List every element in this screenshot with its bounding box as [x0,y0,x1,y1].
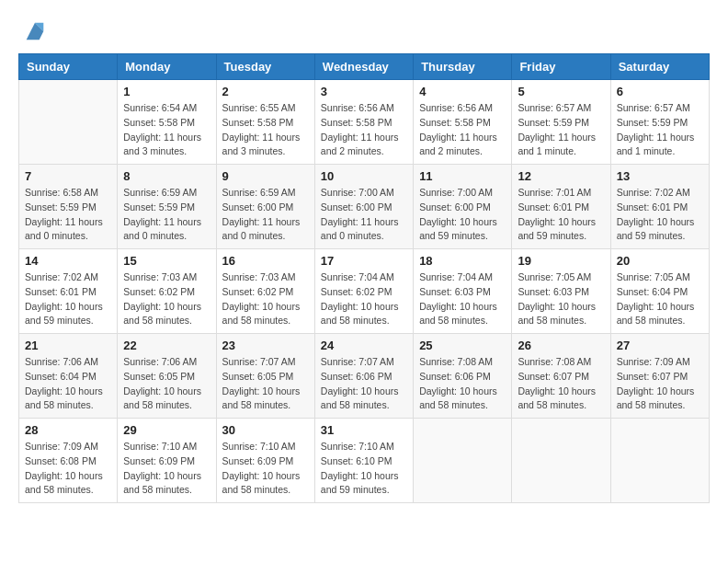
day-number: 28 [25,423,111,437]
day-number: 11 [419,169,506,183]
day-info: Sunrise: 7:01 AMSunset: 6:01 PMDaylight:… [518,186,604,244]
day-number: 18 [419,254,506,268]
day-number: 14 [25,254,111,268]
day-info: Sunrise: 6:57 AMSunset: 5:59 PMDaylight:… [518,101,604,159]
calendar-cell: 17Sunrise: 7:04 AMSunset: 6:02 PMDayligh… [314,249,413,334]
calendar-cell: 8Sunrise: 6:59 AMSunset: 5:59 PMDaylight… [118,165,216,249]
day-number: 31 [321,423,407,437]
calendar-cell: 15Sunrise: 7:03 AMSunset: 6:02 PMDayligh… [118,249,216,334]
day-number: 16 [222,254,309,268]
calendar-cell: 31Sunrise: 7:10 AMSunset: 6:10 PMDayligh… [314,419,413,503]
day-info: Sunrise: 7:07 AMSunset: 6:06 PMDaylight:… [321,355,407,413]
day-info: Sunrise: 7:08 AMSunset: 6:06 PMDaylight:… [419,355,506,413]
calendar-cell: 24Sunrise: 7:07 AMSunset: 6:06 PMDayligh… [314,334,413,419]
calendar-cell: 6Sunrise: 6:57 AMSunset: 5:59 PMDaylight… [610,80,709,165]
day-number: 1 [123,85,210,98]
calendar-week-row: 7Sunrise: 6:58 AMSunset: 5:59 PMDaylight… [19,165,710,249]
calendar-cell: 16Sunrise: 7:03 AMSunset: 6:02 PMDayligh… [216,249,314,334]
day-info: Sunrise: 6:55 AMSunset: 5:58 PMDaylight:… [222,101,309,159]
calendar-cell: 22Sunrise: 7:06 AMSunset: 6:05 PMDayligh… [118,334,216,419]
calendar-cell: 27Sunrise: 7:09 AMSunset: 6:07 PMDayligh… [610,334,709,419]
calendar-cell: 7Sunrise: 6:58 AMSunset: 5:59 PMDaylight… [19,165,118,249]
day-number: 10 [321,169,407,183]
calendar-cell [414,419,512,503]
day-number: 29 [123,423,210,437]
day-info: Sunrise: 7:09 AMSunset: 6:07 PMDaylight:… [617,355,703,413]
calendar-cell: 2Sunrise: 6:55 AMSunset: 5:58 PMDaylight… [216,80,314,165]
calendar-cell: 23Sunrise: 7:07 AMSunset: 6:05 PMDayligh… [216,334,314,419]
calendar-cell: 25Sunrise: 7:08 AMSunset: 6:06 PMDayligh… [414,334,512,419]
calendar-cell: 18Sunrise: 7:04 AMSunset: 6:03 PMDayligh… [414,249,512,334]
calendar-cell: 19Sunrise: 7:05 AMSunset: 6:03 PMDayligh… [512,249,610,334]
calendar-cell: 12Sunrise: 7:01 AMSunset: 6:01 PMDayligh… [512,165,610,249]
day-info: Sunrise: 6:56 AMSunset: 5:58 PMDaylight:… [321,101,407,159]
calendar-cell: 1Sunrise: 6:54 AMSunset: 5:58 PMDaylight… [118,80,216,165]
day-number: 6 [617,85,703,98]
calendar-cell [19,80,118,165]
day-number: 12 [518,169,604,183]
calendar-cell: 21Sunrise: 7:06 AMSunset: 6:04 PMDayligh… [19,334,118,419]
logo [18,18,48,44]
day-info: Sunrise: 7:03 AMSunset: 6:02 PMDaylight:… [123,270,210,328]
day-number: 26 [518,339,604,352]
day-info: Sunrise: 7:02 AMSunset: 6:01 PMDaylight:… [25,270,111,328]
calendar-cell: 26Sunrise: 7:08 AMSunset: 6:07 PMDayligh… [512,334,610,419]
day-info: Sunrise: 7:00 AMSunset: 6:00 PMDaylight:… [419,186,506,244]
logo-icon [22,18,48,44]
day-info: Sunrise: 6:58 AMSunset: 5:59 PMDaylight:… [25,186,111,244]
calendar-cell: 14Sunrise: 7:02 AMSunset: 6:01 PMDayligh… [19,249,118,334]
calendar-cell: 13Sunrise: 7:02 AMSunset: 6:01 PMDayligh… [610,165,709,249]
day-number: 4 [419,85,506,98]
day-info: Sunrise: 7:00 AMSunset: 6:00 PMDaylight:… [321,186,407,244]
day-number: 21 [25,339,111,352]
calendar-header-monday: Monday [118,54,216,80]
day-info: Sunrise: 7:03 AMSunset: 6:02 PMDaylight:… [222,270,309,328]
day-number: 9 [222,169,309,183]
calendar-cell: 5Sunrise: 6:57 AMSunset: 5:59 PMDaylight… [512,80,610,165]
day-info: Sunrise: 7:10 AMSunset: 6:10 PMDaylight:… [321,440,407,498]
day-number: 23 [222,339,309,352]
day-info: Sunrise: 7:06 AMSunset: 6:04 PMDaylight:… [25,355,111,413]
day-number: 13 [617,169,703,183]
day-number: 19 [518,254,604,268]
calendar-week-row: 21Sunrise: 7:06 AMSunset: 6:04 PMDayligh… [19,334,710,419]
calendar-cell: 28Sunrise: 7:09 AMSunset: 6:08 PMDayligh… [19,419,118,503]
calendar-cell: 3Sunrise: 6:56 AMSunset: 5:58 PMDaylight… [314,80,413,165]
calendar-cell: 29Sunrise: 7:10 AMSunset: 6:09 PMDayligh… [118,419,216,503]
calendar-cell: 10Sunrise: 7:00 AMSunset: 6:00 PMDayligh… [314,165,413,249]
day-info: Sunrise: 7:04 AMSunset: 6:02 PMDaylight:… [321,270,407,328]
day-number: 5 [518,85,604,98]
calendar-week-row: 1Sunrise: 6:54 AMSunset: 5:58 PMDaylight… [19,80,710,165]
calendar-cell: 9Sunrise: 6:59 AMSunset: 6:00 PMDaylight… [216,165,314,249]
calendar-header-row: SundayMondayTuesdayWednesdayThursdayFrid… [19,54,710,80]
day-number: 7 [25,169,111,183]
calendar-cell: 30Sunrise: 7:10 AMSunset: 6:09 PMDayligh… [216,419,314,503]
calendar-week-row: 14Sunrise: 7:02 AMSunset: 6:01 PMDayligh… [19,249,710,334]
calendar-header-wednesday: Wednesday [314,54,413,80]
day-info: Sunrise: 7:10 AMSunset: 6:09 PMDaylight:… [222,440,309,498]
day-info: Sunrise: 7:05 AMSunset: 6:03 PMDaylight:… [518,270,604,328]
day-number: 22 [123,339,210,352]
day-number: 8 [123,169,210,183]
day-info: Sunrise: 7:07 AMSunset: 6:05 PMDaylight:… [222,355,309,413]
day-number: 24 [321,339,407,352]
calendar-cell [512,419,610,503]
day-number: 20 [617,254,703,268]
calendar-table: SundayMondayTuesdayWednesdayThursdayFrid… [18,53,710,503]
day-number: 30 [222,423,309,437]
day-info: Sunrise: 7:10 AMSunset: 6:09 PMDaylight:… [123,440,210,498]
calendar-header-friday: Friday [512,54,610,80]
day-number: 25 [419,339,506,352]
day-info: Sunrise: 7:09 AMSunset: 6:08 PMDaylight:… [25,440,111,498]
calendar-cell: 4Sunrise: 6:56 AMSunset: 5:58 PMDaylight… [414,80,512,165]
calendar-week-row: 28Sunrise: 7:09 AMSunset: 6:08 PMDayligh… [19,419,710,503]
day-number: 15 [123,254,210,268]
calendar-header-sunday: Sunday [19,54,118,80]
day-info: Sunrise: 6:57 AMSunset: 5:59 PMDaylight:… [617,101,703,159]
day-info: Sunrise: 6:54 AMSunset: 5:58 PMDaylight:… [123,101,210,159]
calendar-cell [610,419,709,503]
day-number: 17 [321,254,407,268]
day-info: Sunrise: 6:59 AMSunset: 5:59 PMDaylight:… [123,186,210,244]
day-number: 3 [321,85,407,98]
calendar-cell: 20Sunrise: 7:05 AMSunset: 6:04 PMDayligh… [610,249,709,334]
